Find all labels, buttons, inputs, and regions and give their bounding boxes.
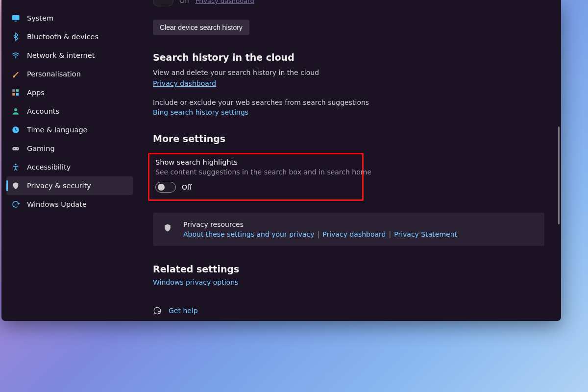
svg-rect-0 <box>12 15 20 20</box>
nav-accessibility[interactable]: Accessibility <box>6 158 133 176</box>
nav-label: Accounts <box>27 107 59 115</box>
svg-rect-9 <box>12 147 19 150</box>
nav-personalisation[interactable]: Personalisation <box>6 65 133 83</box>
bing-settings-link[interactable]: Bing search history settings <box>153 108 248 116</box>
shield-icon <box>11 181 20 190</box>
nav-network[interactable]: Network & internet <box>6 46 133 65</box>
nav-label: Windows Update <box>27 200 87 208</box>
partial-top-row: Off Privacy dashboard <box>153 0 544 7</box>
cloud-heading: Search history in the cloud <box>153 52 544 63</box>
monitor-icon <box>11 14 20 23</box>
svg-point-2 <box>15 57 16 58</box>
svg-rect-3 <box>12 89 15 92</box>
get-help-link[interactable]: Get help <box>169 307 198 315</box>
nav-accounts[interactable]: Accounts <box>6 102 133 121</box>
get-help-row[interactable]: Get help <box>153 306 544 315</box>
more-settings-heading: More settings <box>153 133 544 144</box>
nav-label: Network & internet <box>27 51 95 59</box>
nav-apps[interactable]: Apps <box>6 83 133 102</box>
nav-time[interactable]: Time & language <box>6 121 133 139</box>
about-settings-link[interactable]: About these settings and your privacy <box>183 230 315 238</box>
related-heading: Related settings <box>153 264 544 274</box>
nav-update[interactable]: Windows Update <box>6 195 133 214</box>
clock-icon <box>11 125 20 134</box>
svg-point-12 <box>15 164 16 165</box>
person-icon <box>11 107 20 116</box>
svg-rect-6 <box>16 93 19 96</box>
clear-history-button[interactable]: Clear device search history <box>153 20 249 35</box>
svg-point-11 <box>17 148 18 149</box>
highlights-toggle-label: Off <box>182 183 192 191</box>
search-highlights-group: Show search highlights See content sugge… <box>148 153 364 201</box>
help-icon <box>153 306 162 315</box>
privacy-dashboard-link-top[interactable]: Privacy dashboard <box>196 0 254 4</box>
svg-rect-4 <box>16 89 19 92</box>
privacy-dashboard-link[interactable]: Privacy dashboard <box>153 79 216 87</box>
svg-rect-1 <box>15 21 17 22</box>
nav-privacy[interactable]: Privacy & security <box>6 176 133 195</box>
svg-rect-5 <box>12 93 15 96</box>
main-content: Off Privacy dashboard Clear device searc… <box>136 0 561 321</box>
windows-privacy-options-link[interactable]: Windows privacy options <box>153 278 238 286</box>
nav-label: Bluetooth & devices <box>27 33 98 41</box>
card-links: About these settings and your privacy|Pr… <box>183 230 457 238</box>
cloud-desc: View and delete your search history in t… <box>153 69 544 76</box>
settings-window: System Bluetooth & devices Network & int… <box>1 0 561 321</box>
update-icon <box>11 200 20 209</box>
brush-icon <box>11 70 20 78</box>
bing-desc: Include or exclude your web searches fro… <box>153 98 544 106</box>
shield-icon <box>163 222 172 233</box>
highlights-toggle[interactable] <box>155 182 176 193</box>
nav-system[interactable]: System <box>6 9 133 27</box>
privacy-resources-card: Privacy resources About these settings a… <box>153 213 544 246</box>
scrollbar[interactable] <box>558 4 560 317</box>
highlights-title: Show search highlights <box>155 158 356 166</box>
highlights-subtitle: See content suggestions in the search bo… <box>155 168 356 176</box>
wifi-icon <box>11 51 20 60</box>
gamepad-icon <box>11 144 20 153</box>
nav-gaming[interactable]: Gaming <box>6 139 133 158</box>
accessibility-icon <box>11 163 20 172</box>
scrollbar-thumb[interactable] <box>558 126 560 224</box>
nav-label: Apps <box>27 89 45 97</box>
bluetooth-icon <box>11 32 20 41</box>
apps-icon <box>11 88 20 97</box>
card-title: Privacy resources <box>183 220 457 228</box>
svg-point-7 <box>14 108 17 111</box>
nav-label: Privacy & security <box>27 182 91 190</box>
nav-label: Personalisation <box>27 70 81 78</box>
nav-label: Time & language <box>27 126 88 134</box>
partial-toggle[interactable] <box>153 0 173 6</box>
svg-point-10 <box>14 148 15 149</box>
nav-label: Gaming <box>27 145 55 152</box>
nav-label: Accessibility <box>27 163 71 171</box>
privacy-statement-link[interactable]: Privacy Statement <box>394 230 457 238</box>
nav-label: System <box>27 14 53 22</box>
partial-toggle-label: Off <box>179 0 190 4</box>
privacy-dashboard-link-card[interactable]: Privacy dashboard <box>322 230 386 238</box>
sidebar: System Bluetooth & devices Network & int… <box>1 0 136 321</box>
nav-bluetooth[interactable]: Bluetooth & devices <box>6 27 133 46</box>
